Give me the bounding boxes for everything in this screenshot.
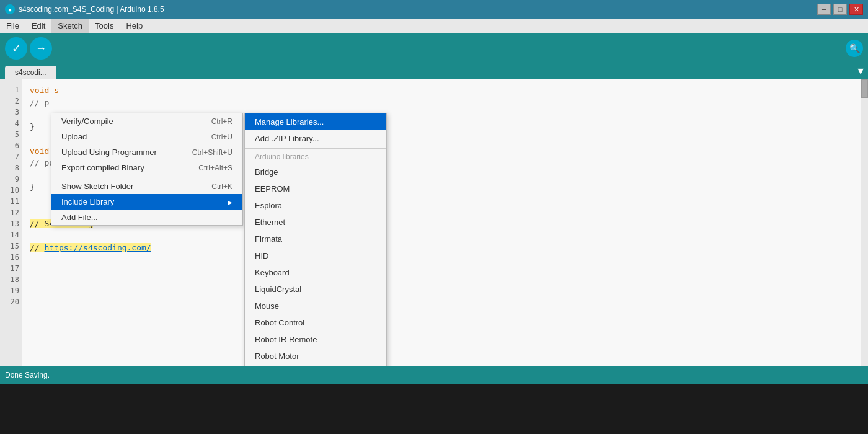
minimize-button[interactable]: ─ <box>817 4 831 15</box>
serial-monitor-button[interactable]: 🔍 <box>846 40 863 57</box>
lib-add-zip[interactable]: Add .ZIP Library... <box>245 130 386 147</box>
upload-button[interactable]: → <box>30 37 52 60</box>
menu-bar: File Edit Sketch Tools Help <box>0 19 868 33</box>
title-bar-left: ● s4scoding.com_S4S_Coding | Arduino 1.8… <box>5 4 164 14</box>
editor-tab[interactable]: s4scodi... <box>5 66 56 79</box>
console-status-text: Done Saving. <box>5 371 50 379</box>
lib-robot-motor[interactable]: Robot Motor <box>245 348 386 365</box>
lib-bridge[interactable]: Bridge <box>245 164 386 180</box>
menu-tools[interactable]: Tools <box>89 19 120 33</box>
close-button[interactable]: ✕ <box>849 4 863 15</box>
lib-ethernet[interactable]: Ethernet <box>245 214 386 231</box>
editor-wrapper: 12345 678910 1112131415 1617181920 void … <box>0 79 868 366</box>
app-icon: ● <box>5 4 15 14</box>
lib-manage[interactable]: Manage Libraries... <box>245 113 386 130</box>
sketch-export-binary[interactable]: Export compiled Binary Ctrl+Alt+S <box>51 160 242 175</box>
console-area <box>0 384 868 434</box>
window-title: s4scoding.com_S4S_Coding | Arduino 1.8.5 <box>19 5 164 14</box>
line-numbers: 12345 678910 1112131415 1617181920 <box>0 79 22 366</box>
lib-robot-control[interactable]: Robot Control <box>245 314 386 331</box>
sketch-upload-programmer[interactable]: Upload Using Programmer Ctrl+Shift+U <box>51 144 242 160</box>
include-library-arrow <box>228 197 232 206</box>
lib-firmata[interactable]: Firmata <box>245 231 386 247</box>
lib-liquidcrystal[interactable]: LiquidCrystal <box>245 281 386 298</box>
lib-esplora[interactable]: Esplora <box>245 197 386 214</box>
lib-separator <box>245 148 386 149</box>
lib-mouse[interactable]: Mouse <box>245 298 386 314</box>
menu-file[interactable]: File <box>0 19 25 33</box>
sketch-verify[interactable]: Verify/Compile Ctrl+R <box>51 113 242 129</box>
menu-sketch[interactable]: Sketch <box>51 19 89 33</box>
sketch-add-file[interactable]: Add File... <box>51 210 242 225</box>
sketch-include-library[interactable]: Include Library <box>51 194 242 210</box>
menu-edit[interactable]: Edit <box>25 19 51 33</box>
lib-keyboard[interactable]: Keyboard <box>245 264 386 281</box>
code-line-2: // p <box>30 97 853 109</box>
menu-separator-1 <box>51 177 242 177</box>
code-line-14: // https://s4scoding.com/ <box>30 242 853 254</box>
lib-robot-ir[interactable]: Robot IR Remote <box>245 331 386 348</box>
sketch-upload[interactable]: Upload Ctrl+U <box>51 129 242 144</box>
library-submenu[interactable]: Manage Libraries... Add .ZIP Library... … <box>244 113 387 366</box>
sketch-dropdown[interactable]: Verify/Compile Ctrl+R Upload Ctrl+U Uplo… <box>51 113 243 226</box>
console-status-bar: Done Saving. <box>0 366 868 384</box>
title-bar-controls: ─ □ ✕ <box>817 4 863 15</box>
code-line-1: void s <box>30 84 853 97</box>
lib-sd[interactable]: SD <box>245 365 386 366</box>
toolbar: ✓ → 🔍 <box>0 33 868 63</box>
tab-bar: s4scodi... ▼ <box>0 63 868 79</box>
title-bar: ● s4scoding.com_S4S_Coding | Arduino 1.8… <box>0 0 868 19</box>
lib-section-header: Arduino libraries <box>245 150 386 164</box>
code-line-13 <box>30 229 853 242</box>
toolbar-right: 🔍 <box>846 40 863 57</box>
menu-help[interactable]: Help <box>120 19 149 33</box>
verify-button[interactable]: ✓ <box>5 37 27 60</box>
sketch-show-folder[interactable]: Show Sketch Folder Ctrl+K <box>51 179 242 194</box>
lib-eeprom[interactable]: EEPROM <box>245 180 386 197</box>
lib-hid[interactable]: HID <box>245 247 386 264</box>
editor-scrollbar[interactable] <box>861 79 868 366</box>
scrollbar-thumb[interactable] <box>861 79 868 98</box>
maximize-button[interactable]: □ <box>833 4 847 15</box>
tab-arrow[interactable]: ▼ <box>856 66 866 79</box>
